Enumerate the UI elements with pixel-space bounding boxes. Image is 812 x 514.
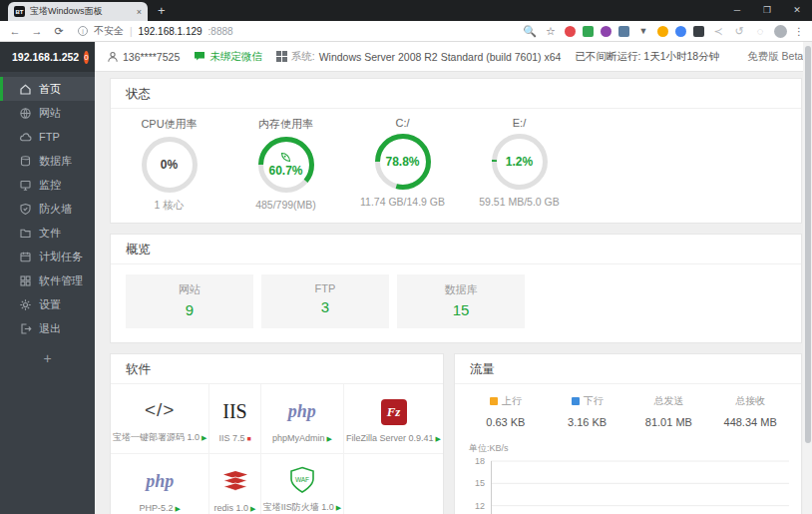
extension-orange-icon[interactable] [657,26,668,37]
share-icon[interactable]: ≺ [711,25,725,38]
tab-close-icon[interactable]: × [137,7,142,17]
close-button[interactable]: ✕ [782,0,812,20]
database-icon [19,155,32,168]
memory-release-icon[interactable] [280,152,291,163]
reload-icon[interactable]: ⟳ [52,25,66,38]
browser-menu-icon[interactable]: ⋮ [794,26,804,37]
redis-logo-icon [222,471,248,493]
top-navbar: 136****7525 未绑定微信 系统: Windows Server 200… [95,42,812,72]
maximize-button[interactable]: ❐ [752,0,782,20]
dashboard-content: 状态 CPU使用率 0% 1 核心 [95,72,812,514]
sidebar-item-settings[interactable]: 设置 [0,292,95,316]
filter-funnel-icon[interactable]: ▼ [636,26,650,36]
svg-text:WAF: WAF [295,476,309,483]
sidebar-item-cron[interactable]: 计划任务 [0,245,95,268]
status-running-icon: ▶ [176,505,181,512]
gear-icon [19,298,32,311]
back-icon[interactable]: ← [8,25,22,37]
code-logo-icon: </> [145,399,175,421]
gauge-disk-e[interactable]: E:/ 1.2% 59.51 MB/5.0 GB [461,117,578,213]
uptime-text: 已不间断运行: 1天1小时18分钟 [575,50,719,64]
extension-dark-icon[interactable] [693,26,704,37]
sidebar-item-firewall[interactable]: 防火墙 [0,197,95,221]
sidebar-item-ftp[interactable]: FTP [0,125,95,149]
new-tab-button[interactable]: + [158,3,166,18]
extension-red-icon[interactable] [565,26,576,37]
search-icon[interactable]: 🔍 [523,25,537,38]
folder-icon [19,227,32,240]
software-item-php52[interactable]: php PHP-5.2▶ [111,454,209,514]
sidebar-item-home[interactable]: 首页 [0,77,95,101]
overview-card-ftp[interactable]: FTP 3 [261,274,389,328]
software-item-empty [344,454,443,514]
status-running-icon: ▶ [326,435,331,442]
extension-green-icon[interactable] [583,26,594,37]
traffic-up: 上行 0.63 KB [465,394,547,428]
status-stopped-icon: ■ [246,435,250,442]
php-logo-icon: php [288,401,316,422]
gauge-disk-c[interactable]: C:/ 78.8% 11.74 GB/14.9 GB [344,117,461,213]
site-favicon-icon: BT [14,6,25,17]
screen-icon [19,179,32,192]
message-badge[interactable]: 0 [84,51,88,64]
software-item-waf[interactable]: WAF 宝塔IIS防火墙 1.0▶ [261,454,344,514]
gauge-cpu[interactable]: CPU使用率 0% 1 核心 [111,117,227,213]
sidebar-item-website[interactable]: 网站 [0,101,95,125]
sidebar-add-button[interactable]: + [0,350,95,366]
wechat-icon [194,51,205,62]
traffic-chart[interactable]: 1815129630 [491,457,789,514]
forward-icon[interactable]: → [30,25,44,37]
gauge-memory[interactable]: 内存使用率 60.7% 4 [227,117,344,213]
overview-card-sites[interactable]: 网站 9 [126,274,253,328]
software-item-iis[interactable]: IIS IIS 7.5■ [209,384,260,454]
omnibox[interactable]: i 不安全 | 192.168.1.129 :8888 [74,24,515,38]
not-secure-label: 不安全 [94,24,124,38]
cloud-icon [19,131,32,144]
overview-title: 概览 [111,235,801,264]
windows-icon [276,51,287,62]
overview-card-databases[interactable]: 数据库 15 [397,274,525,328]
account-phone[interactable]: 136****7525 [107,51,180,63]
overview-panel: 概览 网站 9 FTP 3 数据库 15 [110,234,802,343]
cast-icon[interactable]: ◌ [753,25,767,37]
software-item-deploy[interactable]: </> 宝塔一键部署源码 1.0▶ [111,384,209,454]
scrollbar-thumb[interactable] [805,46,811,443]
software-panel: 软件 </> 宝塔一键部署源码 1.0▶ IIS IIS 7.5■ [110,353,444,514]
bookmark-star-icon[interactable]: ☆ [544,25,558,38]
home-icon [19,83,32,96]
extension-blue-icon[interactable] [675,26,686,37]
history-icon[interactable]: ↺ [732,25,746,38]
system-label: 系统: [291,50,315,64]
tab-strip: BT 宝塔Windows面板 × + ─ ❐ ✕ [0,0,812,21]
browser-window: BT 宝塔Windows面板 × + ─ ❐ ✕ ← → ⟳ i 不安全 | 1… [0,0,812,514]
sidebar-item-files[interactable]: 文件 [0,221,95,245]
sidebar-item-software[interactable]: 软件管理 [0,268,95,292]
server-ip: 192.168.1.252 [12,51,79,63]
sidebar: 192.168.1.252 0 首页 网站 FTP 数据库 [0,42,95,514]
server-header[interactable]: 192.168.1.252 0 [0,42,95,72]
sidebar-item-database[interactable]: 数据库 [0,149,95,173]
traffic-panel: 流量 上行 0.63 KB 下行 3.16 KB 总发送 [454,353,802,514]
calendar-icon [19,251,32,263]
status-running-icon: ▶ [202,434,206,441]
software-item-redis[interactable]: redis 1.0▶ [209,454,260,514]
status-panel: 状态 CPU使用率 0% 1 核心 [110,78,802,224]
sidebar-item-logout[interactable]: 退出 [0,316,95,340]
software-item-filezilla[interactable]: Fz FileZilla Server 0.9.41▶ [344,384,443,454]
wechat-bind-link[interactable]: 未绑定微信 [194,50,262,64]
extension-slate-icon[interactable] [618,26,629,37]
software-item-phpmyadmin[interactable]: php phpMyAdmin▶ [261,384,344,454]
extension-purple-icon[interactable] [601,26,611,37]
traffic-total-sent: 总发送 81.01 MB [628,394,710,428]
software-title: 软件 [111,354,443,384]
profile-avatar[interactable] [774,25,787,38]
minimize-button[interactable]: ─ [722,0,752,20]
info-icon[interactable]: i [78,26,88,36]
browser-tab[interactable]: BT 宝塔Windows面板 × [8,2,148,21]
page-scrollbar[interactable] [803,42,812,514]
logout-icon [19,322,32,335]
window-controls: ─ ❐ ✕ [722,0,812,20]
system-value: Windows Server 2008 R2 Standard (build 7… [319,51,562,63]
sidebar-item-monitor[interactable]: 监控 [0,173,95,197]
php-logo-icon: php [146,471,174,492]
